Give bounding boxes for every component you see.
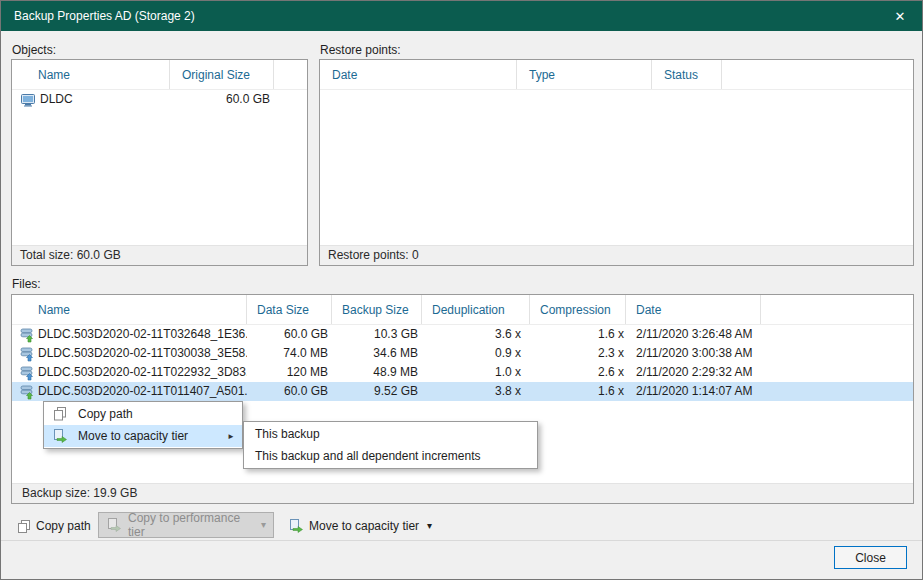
- backup-file-full-icon: [19, 384, 35, 400]
- objects-col-name[interactable]: Name: [12, 60, 170, 89]
- files-backup-size-total: Backup size: 19.9 GB: [12, 483, 913, 503]
- context-menu: Copy path Move to capacity tier ►: [43, 401, 243, 449]
- file-name: DLDC.503D2020-02-11T011407_A501...: [38, 382, 247, 401]
- file-date: 2/11/2020 2:29:32 AM: [626, 363, 753, 382]
- copy-to-performance-tier-icon: [106, 517, 122, 533]
- files-list: DLDC.503D2020-02-11T032648_1E36... 60.0 …: [12, 325, 913, 401]
- file-backup-size: 34.6 MB: [332, 344, 422, 363]
- files-col-data-size[interactable]: Data Size: [247, 295, 332, 324]
- copy-icon: [17, 519, 31, 533]
- files-col-compression[interactable]: Compression: [530, 295, 626, 324]
- restore-points-section-label: Restore points:: [320, 43, 401, 57]
- move-to-capacity-tier-label: Move to capacity tier: [309, 519, 419, 533]
- window-close-button[interactable]: ✕: [878, 1, 922, 31]
- file-date: 2/11/2020 1:14:07 AM: [626, 382, 753, 401]
- file-compression: 2.3 x: [530, 344, 626, 363]
- restore-col-status[interactable]: Status: [652, 60, 722, 89]
- copy-to-performance-tier-label: Copy to performance tier: [128, 511, 255, 539]
- file-backup-size: 9.52 GB: [332, 382, 422, 401]
- move-to-capacity-tier-icon: [288, 518, 304, 534]
- file-row[interactable]: DLDC.503D2020-02-11T022932_3D83... 120 M…: [12, 363, 913, 382]
- restore-col-date[interactable]: Date: [320, 60, 517, 89]
- restore-col-type[interactable]: Type: [517, 60, 652, 89]
- menu-item-label: Copy path: [78, 407, 242, 421]
- file-compression: 1.6 x: [530, 325, 626, 344]
- file-backup-size: 10.3 GB: [332, 325, 422, 344]
- file-date: 2/11/2020 3:00:38 AM: [626, 344, 753, 363]
- file-backup-size: 48.9 MB: [332, 363, 422, 382]
- submenu-item-this-backup-and-increments[interactable]: This backup and all dependent increments: [244, 445, 537, 467]
- file-data-size: 74.0 MB: [247, 344, 332, 363]
- move-to-capacity-tier-icon: [52, 428, 68, 444]
- files-col-date[interactable]: Date: [626, 295, 761, 324]
- dropdown-caret-icon: ▾: [261, 520, 266, 530]
- submenu-item-this-backup[interactable]: This backup: [244, 423, 537, 445]
- close-button[interactable]: Close: [834, 546, 907, 569]
- submenu-arrow-icon: ►: [227, 432, 242, 441]
- file-deduplication: 0.9 x: [422, 344, 530, 363]
- restore-points-count: Restore points: 0: [320, 245, 913, 265]
- objects-list: DLDC 60.0 GB: [12, 90, 307, 109]
- bottom-divider: [1, 540, 922, 541]
- copy-to-performance-tier-button-disabled[interactable]: Copy to performance tier ▾: [98, 512, 274, 538]
- context-menu-item-copy-path[interactable]: Copy path: [44, 403, 242, 425]
- context-submenu: This backup This backup and all dependen…: [243, 421, 538, 469]
- files-col-name[interactable]: Name: [12, 295, 247, 324]
- vm-computer-icon: [20, 92, 36, 108]
- objects-section-label: Objects:: [12, 43, 56, 57]
- file-compression: 1.6 x: [530, 382, 626, 401]
- file-deduplication: 3.6 x: [422, 325, 530, 344]
- object-original-size: 60.0 GB: [170, 90, 274, 109]
- file-data-size: 120 MB: [247, 363, 332, 382]
- objects-col-original-size[interactable]: Original Size: [170, 60, 274, 89]
- objects-panel: Name Original Size DLDC 60: [11, 59, 308, 266]
- file-name: DLDC.503D2020-02-11T022932_3D83...: [38, 363, 247, 382]
- copy-path-label: Copy path: [36, 519, 91, 533]
- file-data-size: 60.0 GB: [247, 382, 332, 401]
- file-data-size: 60.0 GB: [247, 325, 332, 344]
- file-deduplication: 1.0 x: [422, 363, 530, 382]
- file-date: 2/11/2020 3:26:48 AM: [626, 325, 753, 344]
- window-title: Backup Properties AD (Storage 2): [1, 9, 195, 23]
- header-filler: [761, 295, 913, 324]
- copy-path-button[interactable]: Copy path: [13, 513, 95, 538]
- dropdown-caret-icon: ▾: [427, 521, 432, 531]
- backup-file-full-icon: [19, 327, 35, 343]
- object-name: DLDC: [40, 90, 73, 109]
- files-section-label: Files:: [12, 277, 41, 291]
- files-panel: Name Data Size Backup Size Deduplication…: [11, 294, 914, 504]
- header-filler: [274, 60, 307, 89]
- restore-points-grid-header: Date Type Status: [320, 60, 913, 90]
- objects-row-dldc[interactable]: DLDC 60.0 GB: [12, 90, 307, 109]
- backup-file-increment-icon: [19, 346, 35, 362]
- file-compression: 2.6 x: [530, 363, 626, 382]
- copy-icon: [52, 406, 68, 422]
- files-col-deduplication[interactable]: Deduplication: [422, 295, 530, 324]
- backup-properties-dialog: Backup Properties AD (Storage 2) ✕ Objec…: [0, 0, 923, 580]
- header-filler: [722, 60, 913, 89]
- menu-item-label: Move to capacity tier: [78, 429, 227, 443]
- restore-points-panel: Date Type Status Restore points: 0: [319, 59, 914, 266]
- files-grid-header: Name Data Size Backup Size Deduplication…: [12, 295, 913, 325]
- objects-grid-header: Name Original Size: [12, 60, 307, 90]
- file-deduplication: 3.8 x: [422, 382, 530, 401]
- close-icon: ✕: [895, 9, 906, 24]
- file-row[interactable]: DLDC.503D2020-02-11T032648_1E36... 60.0 …: [12, 325, 913, 344]
- move-to-capacity-tier-button[interactable]: Move to capacity tier ▾: [284, 513, 436, 538]
- file-name: DLDC.503D2020-02-11T030038_3E58...: [38, 344, 247, 363]
- file-name: DLDC.503D2020-02-11T032648_1E36...: [38, 325, 247, 344]
- files-col-backup-size[interactable]: Backup Size: [332, 295, 422, 324]
- file-row-selected[interactable]: DLDC.503D2020-02-11T011407_A501... 60.0 …: [12, 382, 913, 401]
- backup-file-increment-icon: [19, 365, 35, 381]
- file-row[interactable]: DLDC.503D2020-02-11T030038_3E58... 74.0 …: [12, 344, 913, 363]
- title-bar: Backup Properties AD (Storage 2) ✕: [1, 1, 922, 31]
- context-menu-item-move-to-capacity-tier[interactable]: Move to capacity tier ►: [44, 425, 242, 447]
- objects-total-size: Total size: 60.0 GB: [12, 245, 307, 265]
